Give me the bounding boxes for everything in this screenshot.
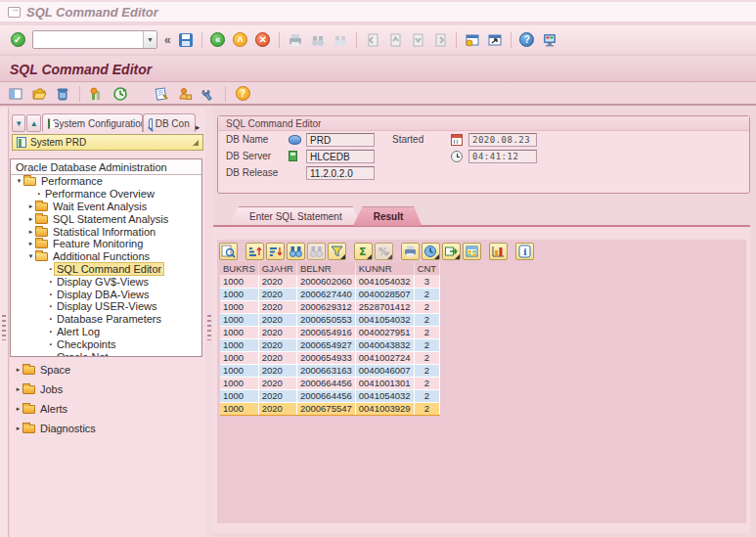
subtotal-button[interactable]: % — [375, 243, 393, 260]
cell[interactable]: 1000 — [220, 389, 258, 402]
started-time-field[interactable]: 04:41:12 — [468, 150, 537, 163]
back-button[interactable]: « — [208, 30, 228, 50]
cell[interactable]: 2000675547 — [296, 402, 355, 415]
expander-icon[interactable]: ▸ — [26, 215, 35, 223]
last-page-button[interactable] — [430, 30, 450, 50]
tree-item-statistical-information[interactable]: ▸Statistical Information — [11, 225, 201, 238]
tree-item-sql-command-editor[interactable]: ·SQL Command Editor — [11, 263, 201, 276]
started-date-field[interactable]: 2020.08.23 — [468, 133, 537, 147]
toggle-view-button[interactable] — [6, 84, 25, 104]
tree-item-display-dba-views[interactable]: ·Display DBA-Views — [11, 288, 201, 300]
info-button[interactable]: i — [515, 243, 534, 260]
table-row[interactable]: 10002020200062744000400285072 — [220, 288, 440, 300]
alv-find-next-button[interactable] — [307, 243, 326, 260]
tree-item-oracle-net[interactable]: ·Oracle Net — [11, 350, 201, 357]
execute-button[interactable] — [111, 84, 130, 104]
cell[interactable]: 0040046007 — [355, 364, 414, 377]
find-next-button[interactable] — [331, 30, 350, 50]
tab-db-connections[interactable]: DB Con — [143, 113, 195, 132]
tree-item-additional-functions[interactable]: ▾Additional Functions — [11, 250, 201, 263]
expander-icon[interactable]: ▾ — [26, 252, 35, 260]
views-button[interactable] — [422, 243, 440, 260]
first-page-button[interactable] — [363, 30, 382, 50]
expander-icon[interactable]: ▸ — [14, 366, 22, 374]
notes-button[interactable] — [152, 84, 171, 104]
sort-descending-button[interactable] — [266, 243, 285, 260]
cell[interactable]: 2 — [414, 288, 440, 300]
table-row[interactable]: 10002020200062931225287014122 — [220, 300, 440, 313]
open-button[interactable] — [29, 84, 49, 104]
cell[interactable]: 2000650553 — [296, 313, 355, 326]
cell[interactable]: 3 — [414, 275, 440, 288]
cell[interactable]: 2000664456 — [296, 389, 355, 402]
cell[interactable]: 2528701412 — [355, 300, 414, 313]
help-button[interactable]: ? — [517, 30, 537, 50]
tab-system-configuration[interactable]: System Configuration — [42, 113, 144, 132]
cell[interactable]: 2000654916 — [296, 326, 355, 338]
tab-enter-sql-statement[interactable]: Enter SQL Statement — [229, 206, 361, 226]
cell[interactable]: 2 — [414, 402, 440, 415]
alv-find-button[interactable] — [287, 243, 305, 260]
table-row[interactable]: 10002020200065493300410027242 — [220, 351, 440, 364]
check-statement-button[interactable] — [87, 84, 107, 104]
sort-ascending-button[interactable] — [245, 243, 264, 260]
column-header-kunnr[interactable]: KUNNR — [355, 262, 414, 275]
new-session-button[interactable] — [463, 30, 482, 50]
system-select[interactable]: System PRD — [12, 134, 203, 151]
cell[interactable]: 1000 — [220, 300, 258, 313]
total-button[interactable]: Σ — [354, 243, 373, 260]
tree-item-wait-event-analysis[interactable]: ▸Wait Event Analysis — [11, 201, 201, 213]
enter-button[interactable]: ✓ — [8, 30, 27, 50]
cell[interactable]: 0040027951 — [355, 326, 414, 338]
graphic-button[interactable] — [489, 243, 508, 260]
table-row[interactable]: 10002020200065491600400279512 — [220, 326, 440, 338]
create-shortcut-button[interactable] — [485, 30, 505, 50]
cell[interactable]: 2020 — [258, 326, 296, 338]
cell[interactable]: 1000 — [220, 402, 258, 415]
cell[interactable]: 2 — [414, 313, 440, 326]
cell[interactable]: 1000 — [220, 338, 258, 351]
cell[interactable]: 2000627440 — [296, 288, 355, 300]
table-row[interactable]: 10002020200066445600410013012 — [220, 377, 440, 389]
command-input[interactable] — [33, 32, 143, 47]
table-row[interactable]: 10002020200067554700410039292 — [220, 402, 440, 415]
cell[interactable]: 0040028507 — [355, 288, 414, 300]
tree-item-performance[interactable]: ▾Performance — [11, 175, 201, 188]
cancel-button[interactable]: ✕ — [253, 30, 273, 50]
tree-item-diagnostics[interactable]: ▸Diagnostics — [10, 419, 202, 438]
cell[interactable]: 1000 — [220, 364, 258, 377]
cell[interactable]: 1000 — [220, 275, 258, 288]
column-header-belnr[interactable]: BELNR — [296, 262, 355, 275]
cell[interactable]: 0040043832 — [355, 338, 414, 351]
cell[interactable]: 0041054032 — [355, 389, 414, 402]
column-header-gjahr[interactable]: GJAHR — [258, 262, 296, 275]
delete-button[interactable] — [53, 84, 72, 104]
tab-scroll-right-icon[interactable]: ▸ — [196, 122, 203, 132]
tree-item-feature-monitoring[interactable]: ▸Feature Monitoring — [11, 238, 201, 250]
cell[interactable]: 2020 — [258, 377, 296, 389]
expander-icon[interactable]: ▸ — [26, 228, 35, 236]
cell[interactable]: 2020 — [258, 300, 296, 313]
cell[interactable]: 2 — [414, 300, 440, 313]
table-row[interactable]: 10002020200066445600410540322 — [220, 389, 440, 402]
cell[interactable]: 2020 — [258, 338, 296, 351]
expander-icon[interactable]: ▸ — [26, 240, 35, 247]
expander-icon[interactable]: ▸ — [14, 385, 22, 393]
cell[interactable]: 0041054032 — [355, 313, 414, 326]
cell[interactable]: 2 — [414, 338, 440, 351]
cell[interactable]: 2000629312 — [296, 300, 355, 313]
cell[interactable]: 1000 — [220, 313, 258, 326]
cell[interactable]: 1000 — [220, 288, 258, 300]
tree-item-space[interactable]: ▸Space — [10, 360, 202, 380]
column-header-cnt[interactable]: CNT — [414, 262, 440, 275]
print-button[interactable] — [286, 30, 305, 50]
tree-item-display-user-views[interactable]: ·Display USER-Views — [11, 300, 201, 313]
panel-splitter[interactable] — [205, 108, 213, 537]
details-button[interactable] — [219, 243, 238, 260]
table-row[interactable]: 10002020200065492700400438322 — [220, 338, 440, 351]
cell[interactable]: 1000 — [220, 377, 258, 389]
cell[interactable]: 2 — [414, 364, 440, 377]
expander-icon[interactable]: ▸ — [26, 202, 35, 210]
table-row[interactable]: 10002020200066316300400460072 — [220, 364, 440, 377]
application-help-button[interactable]: ? — [233, 84, 252, 104]
